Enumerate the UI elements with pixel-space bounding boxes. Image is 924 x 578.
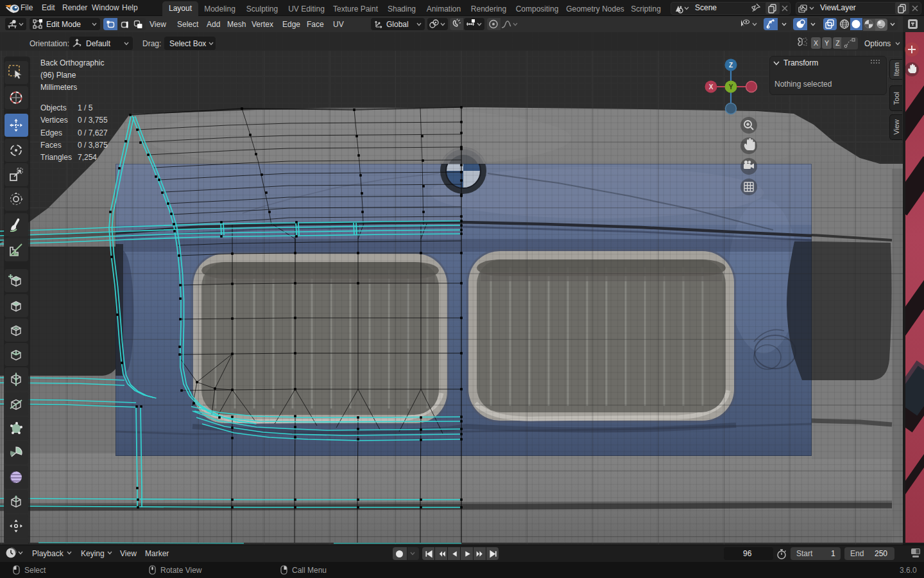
svg-text:Z: Z bbox=[729, 62, 733, 69]
svg-text:X: X bbox=[709, 83, 714, 91]
svg-text:Y: Y bbox=[729, 83, 733, 91]
